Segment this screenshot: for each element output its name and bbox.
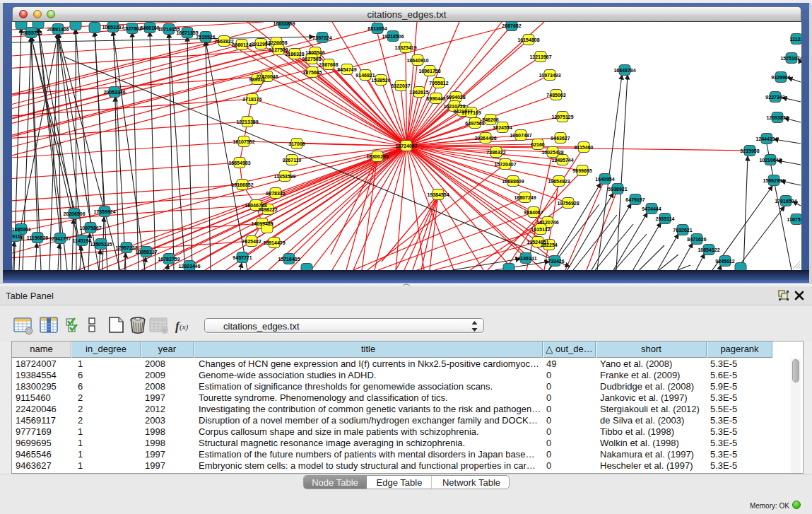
svg-text:5938921: 5938921 xyxy=(608,187,627,192)
svg-text:1733426: 1733426 xyxy=(545,259,564,264)
svg-text:8454749: 8454749 xyxy=(337,67,356,72)
svg-text:10653287: 10653287 xyxy=(102,25,124,30)
svg-text:15692991: 15692991 xyxy=(763,178,784,183)
svg-text:6479197: 6479197 xyxy=(625,197,645,202)
svg-text:14099489: 14099489 xyxy=(251,221,273,226)
svg-text:18300295: 18300295 xyxy=(366,154,388,159)
svg-text:20364436: 20364436 xyxy=(474,136,496,141)
svg-text:18807249: 18807249 xyxy=(514,195,536,200)
svg-text:1145194: 1145194 xyxy=(73,238,92,243)
svg-text:1615132: 1615132 xyxy=(531,227,550,232)
svg-text:10958137: 10958137 xyxy=(135,250,157,255)
svg-text:12213389: 12213389 xyxy=(236,119,258,124)
svg-text:18640910: 18640910 xyxy=(406,58,428,63)
svg-text:2687682: 2687682 xyxy=(502,23,521,28)
svg-text:1805546: 1805546 xyxy=(305,50,324,55)
svg-text:10973493: 10973493 xyxy=(539,73,560,78)
svg-text:1538520: 1538520 xyxy=(371,78,390,83)
svg-text:16154808: 16154808 xyxy=(517,37,539,42)
svg-text:13495744: 13495744 xyxy=(551,158,573,163)
svg-text:20206506: 20206506 xyxy=(63,211,85,216)
svg-text:9699695: 9699695 xyxy=(572,168,592,173)
svg-text:20053346: 20053346 xyxy=(103,90,125,95)
svg-text:18724007: 18724007 xyxy=(395,144,417,148)
svg-text:19166852: 19166852 xyxy=(231,182,253,187)
svg-text:19654923: 19654923 xyxy=(548,179,570,184)
svg-text:19756928: 19756928 xyxy=(557,201,579,206)
svg-text:17016504: 17016504 xyxy=(775,199,796,204)
svg-text:16782759: 16782759 xyxy=(158,257,180,262)
svg-text:317006: 317006 xyxy=(288,141,305,146)
svg-text:1395061: 1395061 xyxy=(12,227,31,232)
svg-text:10654122: 10654122 xyxy=(698,247,719,252)
svg-text:3624554: 3624554 xyxy=(493,125,512,130)
svg-text:12975125: 12975125 xyxy=(551,115,573,119)
svg-text:7663822: 7663822 xyxy=(214,39,233,44)
svg-text:19218506: 19218506 xyxy=(382,34,404,39)
svg-text:16210728: 16210728 xyxy=(443,104,465,109)
svg-text:13325419: 13325419 xyxy=(394,45,416,50)
svg-text:20691406: 20691406 xyxy=(47,27,69,32)
svg-text:1167532: 1167532 xyxy=(787,217,801,222)
svg-text:3875685: 3875685 xyxy=(302,70,322,75)
svg-text:9245612: 9245612 xyxy=(715,259,734,264)
svg-text:1362615: 1362615 xyxy=(409,90,428,95)
svg-text:19384554: 19384554 xyxy=(427,192,449,197)
svg-text:12505135: 12505135 xyxy=(90,242,112,247)
svg-text:16648784: 16648784 xyxy=(613,68,635,73)
svg-text:12093872: 12093872 xyxy=(766,115,788,120)
svg-text:13226058: 13226058 xyxy=(265,40,287,45)
svg-text:8813054: 8813054 xyxy=(367,26,387,31)
svg-text:8322037: 8322037 xyxy=(391,83,410,88)
svg-text:989011: 989011 xyxy=(249,77,266,82)
svg-text:15716485: 15716485 xyxy=(278,257,300,262)
svg-text:10210643: 10210643 xyxy=(759,158,781,163)
svg-text:9463627: 9463627 xyxy=(551,136,570,141)
svg-text:939119: 939119 xyxy=(12,234,23,239)
svg-text:16671355: 16671355 xyxy=(176,30,198,35)
svg-text:19055713: 19055713 xyxy=(20,30,42,35)
svg-text:15720407: 15720407 xyxy=(494,162,516,167)
svg-text:12444194: 12444194 xyxy=(755,136,777,141)
svg-text:11353599: 11353599 xyxy=(274,174,296,179)
svg-text:2935114: 2935114 xyxy=(656,216,675,221)
svg-text:14136141: 14136141 xyxy=(514,256,536,261)
svg-text:3498222: 3498222 xyxy=(258,207,277,212)
svg-text:7955812: 7955812 xyxy=(429,81,448,86)
svg-text:7632621: 7632621 xyxy=(673,228,692,233)
svg-text:15751074: 15751074 xyxy=(780,56,801,61)
svg-text:17957223: 17957223 xyxy=(115,245,137,250)
svg-text:8471626: 8471626 xyxy=(687,237,706,242)
svg-text:16654983: 16654983 xyxy=(228,160,250,165)
svg-text:8466160: 8466160 xyxy=(140,25,159,30)
svg-text:12342737: 12342737 xyxy=(49,236,71,241)
svg-text:2718176: 2718176 xyxy=(242,97,261,102)
svg-text:3186328: 3186328 xyxy=(285,52,304,57)
svg-text:6994028: 6994028 xyxy=(446,95,465,100)
svg-text:7357224: 7357224 xyxy=(312,35,331,40)
svg-text:3267110: 3267110 xyxy=(283,158,302,163)
svg-text:16107552: 16107552 xyxy=(233,139,254,144)
svg-text:9884067: 9884067 xyxy=(524,210,543,215)
svg-text:9115460: 9115460 xyxy=(575,145,594,150)
svg-text:9327508: 9327508 xyxy=(302,57,321,62)
svg-text:9146821: 9146821 xyxy=(355,73,375,78)
svg-text:1640954: 1640954 xyxy=(595,177,614,182)
svg-text:3215958: 3215958 xyxy=(740,148,759,153)
svg-text:8990448: 8990448 xyxy=(426,96,445,101)
svg-text:1527602: 1527602 xyxy=(122,26,141,31)
svg-text:12923446: 12923446 xyxy=(178,264,200,269)
svg-text:252254: 252254 xyxy=(541,243,557,247)
svg-text:(x): (x) xyxy=(180,322,189,332)
svg-text:9457771: 9457771 xyxy=(233,255,252,260)
svg-text:2367608: 2367608 xyxy=(319,62,338,67)
svg-text:10607487: 10607487 xyxy=(510,133,531,138)
svg-text:11156829: 11156829 xyxy=(27,235,48,240)
svg-text:7386322: 7386322 xyxy=(486,150,505,155)
svg-text:7485063: 7485063 xyxy=(546,93,565,98)
svg-text:10975867: 10975867 xyxy=(79,226,101,230)
svg-text:12213967: 12213967 xyxy=(529,54,551,59)
svg-text:11123: 11123 xyxy=(790,37,801,42)
svg-text:16120746: 16120746 xyxy=(536,220,558,225)
svg-text:9777169: 9777169 xyxy=(461,110,481,115)
